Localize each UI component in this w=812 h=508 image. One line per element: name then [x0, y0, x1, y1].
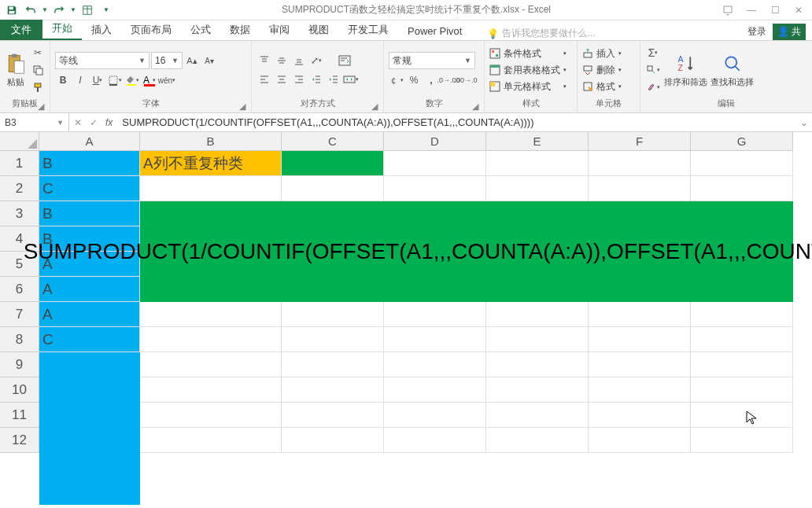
underline-icon[interactable]: U▾ — [90, 72, 105, 88]
cell[interactable] — [691, 302, 793, 327]
col-header[interactable]: B — [140, 132, 282, 151]
cell[interactable]: B — [39, 151, 140, 176]
cell[interactable] — [384, 151, 486, 176]
merge-center-icon[interactable]: ▾ — [343, 72, 359, 87]
clear-icon[interactable]: ▾ — [645, 79, 661, 95]
percent-icon[interactable]: % — [406, 72, 422, 88]
fx-icon[interactable]: fx — [105, 117, 113, 128]
formula-input[interactable]: SUMPRODUCT(1/COUNTIF(OFFSET(A1,,,COUNTA(… — [117, 116, 796, 128]
cell[interactable] — [384, 428, 486, 453]
fill-icon[interactable]: ▾ — [645, 62, 661, 78]
cell[interactable] — [140, 352, 282, 377]
row-header[interactable]: 11 — [0, 403, 39, 428]
font-name-select[interactable]: 等线▼ — [55, 52, 149, 69]
cell[interactable] — [282, 352, 384, 377]
cell[interactable] — [486, 428, 589, 453]
row-header[interactable]: 3 — [0, 201, 39, 226]
row-header[interactable]: 1 — [0, 151, 39, 176]
cell[interactable] — [691, 403, 793, 428]
tab-powerpivot[interactable]: Power Pivot — [398, 22, 471, 40]
tab-view[interactable]: 视图 — [299, 20, 338, 40]
conditional-format-button[interactable]: 条件格式▾ — [489, 46, 567, 61]
cell[interactable] — [691, 428, 793, 453]
cell[interactable] — [691, 151, 793, 176]
cell[interactable]: B — [39, 201, 140, 226]
delete-cells-button[interactable]: 删除▾ — [582, 63, 622, 78]
align-bottom-icon[interactable] — [291, 53, 307, 68]
cell[interactable] — [282, 403, 384, 428]
bold-icon[interactable]: B — [55, 72, 71, 88]
tab-formulas[interactable]: 公式 — [181, 20, 220, 40]
cell[interactable] — [691, 327, 793, 352]
table-format-button[interactable]: 套用表格格式▾ — [489, 63, 567, 78]
tab-insert[interactable]: 插入 — [82, 20, 121, 40]
phonetic-icon[interactable]: wén▾ — [159, 72, 175, 88]
launcher-icon[interactable]: ◢ — [37, 101, 45, 109]
row-header[interactable]: 12 — [0, 428, 39, 453]
login-link[interactable]: 登录 — [747, 25, 766, 39]
minimize-icon[interactable]: — — [741, 3, 762, 17]
decrease-font-icon[interactable]: A▾ — [201, 53, 217, 68]
enter-formula-icon[interactable]: ✓ — [90, 117, 98, 128]
cell[interactable]: C — [39, 327, 140, 352]
row-header[interactable]: 10 — [0, 377, 39, 403]
tab-layout[interactable]: 页面布局 — [121, 20, 181, 40]
cell[interactable] — [486, 327, 589, 352]
cell[interactable] — [486, 403, 589, 428]
undo-icon[interactable] — [22, 2, 39, 19]
cell[interactable] — [486, 176, 589, 201]
name-box[interactable]: B3▼ — [0, 113, 69, 131]
tab-developer[interactable]: 开发工具 — [338, 20, 398, 40]
save-icon[interactable] — [3, 2, 20, 19]
font-color-icon[interactable]: A▾ — [142, 72, 157, 88]
cancel-formula-icon[interactable]: ✕ — [74, 117, 82, 128]
font-size-select[interactable]: 16▼ — [151, 52, 183, 69]
qat-dropdown-icon[interactable]: ▼ — [69, 2, 77, 19]
cell[interactable] — [589, 327, 691, 352]
align-right-icon[interactable] — [291, 72, 307, 87]
cell[interactable] — [384, 352, 486, 377]
cell[interactable] — [140, 403, 282, 428]
col-header[interactable]: A — [39, 132, 140, 151]
formula-display[interactable]: SUMPRODUCT(1/COUNTIF(OFFSET(A1,,,COUNTA(… — [140, 201, 793, 302]
select-all-corner[interactable] — [0, 132, 39, 151]
cell[interactable] — [589, 428, 691, 453]
cell[interactable] — [691, 176, 793, 201]
cell[interactable] — [589, 302, 691, 327]
cell[interactable] — [589, 176, 691, 201]
cell[interactable] — [589, 403, 691, 428]
tab-data[interactable]: 数据 — [220, 20, 260, 40]
cell[interactable] — [282, 377, 384, 403]
launcher-icon[interactable]: ◢ — [238, 101, 246, 109]
italic-icon[interactable]: I — [72, 72, 88, 88]
cell[interactable] — [282, 428, 384, 453]
col-header[interactable]: C — [282, 132, 384, 151]
share-button[interactable]: 👤 共 — [773, 24, 806, 40]
format-cells-button[interactable]: 格式▾ — [582, 79, 622, 94]
cell[interactable] — [282, 302, 384, 327]
qat-dropdown-icon[interactable]: ▼ — [41, 2, 49, 19]
col-header[interactable]: G — [691, 132, 793, 151]
fill-color-icon[interactable]: ▾ — [124, 72, 140, 88]
cell[interactable] — [589, 377, 691, 403]
cells-area[interactable]: B C B B A A A C A列不重复种类 SUMPRODUCT(1/COU… — [39, 151, 812, 505]
close-icon[interactable]: ✕ — [788, 3, 809, 17]
cell[interactable] — [282, 151, 384, 176]
table-icon[interactable] — [79, 2, 96, 19]
number-format-select[interactable]: 常规▼ — [389, 52, 475, 69]
paste-button[interactable]: 粘贴 — [5, 53, 27, 88]
cell[interactable] — [486, 352, 589, 377]
cell[interactable]: A — [39, 277, 140, 302]
tell-me-search[interactable]: 💡 告诉我您想要做什么... — [487, 27, 595, 40]
cell[interactable] — [384, 302, 486, 327]
increase-indent-icon[interactable] — [326, 72, 341, 87]
increase-font-icon[interactable]: A▴ — [184, 53, 200, 68]
autosum-icon[interactable]: Σ▾ — [645, 45, 661, 61]
wrap-text-icon[interactable] — [337, 53, 352, 68]
cell[interactable] — [140, 428, 282, 453]
decrease-decimal-icon[interactable]: .00→.0 — [458, 72, 474, 88]
cell[interactable] — [691, 377, 793, 403]
cell[interactable] — [486, 377, 589, 403]
row-header[interactable]: 9 — [0, 352, 39, 377]
cell[interactable] — [140, 327, 282, 352]
